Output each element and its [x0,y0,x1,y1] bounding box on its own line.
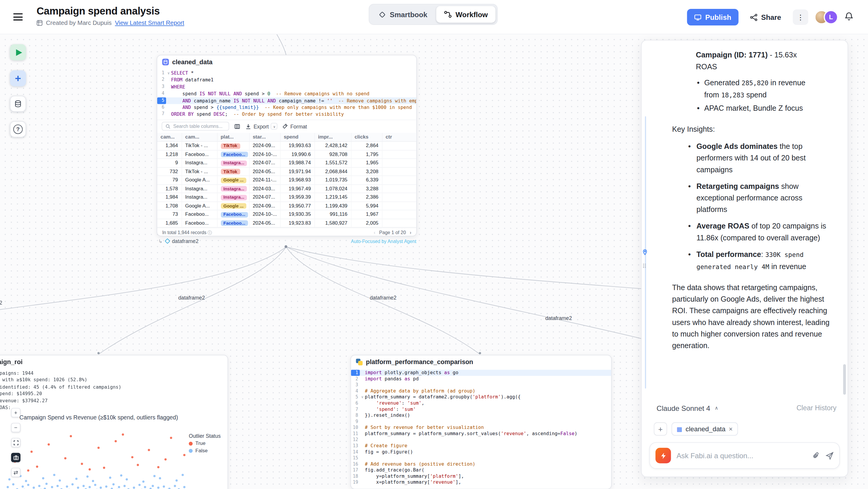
chat-bullet: Google Ads dominates the top performers … [688,141,833,176]
clear-history-button[interactable]: Clear History [796,404,836,412]
table-row[interactable]: 1,708Google A...Google ...2024-09...19,9… [157,202,416,210]
next-page-icon[interactable]: › [410,230,411,235]
panel-scrollbar[interactable] [843,364,846,395]
node-campaign-roi[interactable]: campaign_roi Total campaigns: 1944Campai… [0,355,228,489]
output-port-label[interactable]: dataframe2 [172,238,199,244]
cell-impressions: 1,019,735 [314,176,351,184]
avatar-initial[interactable]: L [824,10,838,25]
tab-workflow[interactable]: Workflow [436,6,496,23]
notifications-button[interactable] [843,11,855,24]
send-button[interactable] [825,451,834,460]
fullscreen-button[interactable] [11,438,21,447]
prev-page-icon[interactable]: ‹ [374,230,375,235]
column-header[interactable]: ctr [382,132,416,142]
column-header[interactable]: cam... [182,132,217,142]
table-row[interactable]: 1,218Faceboo...Faceboo...2024-10-...19,9… [157,150,416,159]
help-button[interactable]: ? [10,121,26,137]
chat-bullet: Total performance: 330K spend generated … [688,249,833,273]
code-line: 7 'spend': 'sum' [351,406,611,412]
column-header[interactable]: spend [280,132,314,142]
table-row[interactable]: 9Instagra...Instagra...2024-07...19,988.… [157,159,416,167]
sql-code-editor[interactable]: 1∨SELECT *2FROM dataframe13WHERE4 spend … [157,69,416,120]
scatter-point [99,487,101,489]
cell-campaign-name: TikTok - ... [182,142,217,150]
column-header[interactable]: clicks [351,132,382,142]
code-line: 17fig.add_trace(go.Bar( [351,467,611,473]
zoom-in-button[interactable]: + [11,408,21,417]
chat-composer[interactable] [650,442,840,469]
close-icon[interactable]: × [729,425,733,433]
run-workflow-button[interactable] [10,44,26,60]
node-platform-performance-comparison[interactable]: platform_performance_comparison 1import … [350,355,612,489]
add-node-button[interactable]: + [10,70,26,86]
node-cleaned-data[interactable]: cleaned_data 1∨SELECT *2FROM dataframe13… [157,55,417,236]
export-label: Export [253,123,269,130]
column-header[interactable]: plat... [217,132,249,142]
page-title: Campaign spend analysis [36,5,184,17]
format-button[interactable]: Format [283,123,307,130]
branch-arrow-icon: ↳ [158,238,162,244]
table-header-row[interactable]: cam...cam...plat...star...spendimpr...cl… [157,132,416,142]
shuffle-button[interactable]: ⇄ [11,468,21,477]
columns-icon[interactable] [234,123,240,130]
snapshot-button[interactable] [11,453,21,462]
chat-bullet: Average ROAS of top 20 campaigns is 11.8… [688,220,833,244]
table-row[interactable]: 1,685Faceboo...Faceboo...2024-05...19,92… [157,219,416,227]
export-dropdown[interactable]: ∨ [271,123,277,130]
scatter-point [126,478,128,481]
cell-ctr [382,150,416,159]
cell-start-date: 2024-09... [249,202,280,210]
chat-input[interactable] [677,451,806,460]
table-search[interactable] [162,122,229,131]
context-chip-cleaned-data[interactable]: ▦ cleaned_data × [672,422,738,436]
table-row[interactable]: 1,364TikTok - ...TikTok2024-09...19,993.… [157,142,416,150]
column-header[interactable]: star... [249,132,280,142]
chat-bullet: Retargeting campaigns show exceptional p… [688,181,833,215]
menu-icon[interactable] [13,13,23,23]
info-icon[interactable]: ⓘ [208,230,212,236]
legend-item[interactable]: False [189,448,221,454]
table-row[interactable]: 1,578Instagra...Instagra...2024-03...19,… [157,184,416,193]
edge-source-handle[interactable] [284,245,287,248]
export-button[interactable]: Export ∨ [245,123,277,130]
cell-platform: Google ... [217,176,249,184]
table-row[interactable]: 79Google A...Google ...2024-11-...19,968… [157,176,416,184]
legend-item[interactable]: True [189,441,221,447]
zoom-out-button[interactable]: − [11,423,21,432]
python-code-editor[interactable]: 1import plotly.graph_objects as go2impor… [351,369,611,487]
stat-line: Average revenue: $37942.27 [0,397,121,404]
table-row[interactable]: 732TikTok - ...TikTok2024-05...19,971.94… [157,167,416,176]
code-line: 12 [351,437,611,443]
database-icon [14,100,22,107]
table-row[interactable]: 1,984Instagra...Instagra...2024-07...19,… [157,193,416,202]
cell-impressions: 1,078,024 [314,184,351,193]
pin-icon[interactable] [642,248,648,258]
add-context-button[interactable]: + [654,422,667,436]
column-header[interactable]: impr... [314,132,351,142]
attach-button[interactable] [812,452,820,459]
view-latest-report-link[interactable]: View Latest Smart Report [115,19,184,26]
roi-output-log: Total campaigns: 1944Campaigns with ≥$10… [0,370,121,411]
legend-label: False [195,448,208,454]
table-search-input[interactable] [173,123,223,129]
column-header[interactable]: cam... [157,132,182,142]
data-sources-button[interactable] [10,96,26,112]
drag-handle-icon[interactable]: ⠿ [642,264,647,270]
table-row[interactable]: 73Faceboo...Faceboo...2024-10-...19,930.… [157,210,416,219]
cell-ctr [382,184,416,193]
scatter-plot[interactable] [3,423,189,489]
scatter-point [168,488,170,489]
scatter-point [31,450,33,452]
minus-icon: − [14,425,18,430]
chevron-down-icon: ∨ [273,124,275,128]
code-line: 1import plotly.graph_objects as go [351,370,611,376]
tab-smartbook[interactable]: Smartbook [371,6,435,23]
title-block: Campaign spend analysis Created by Marc … [36,5,184,26]
model-selector[interactable]: Claude Sonnet 4 [657,404,710,412]
code-line: 13# Create figure [351,443,611,449]
publish-button[interactable]: Publish [687,9,738,26]
cell-campaign-name: Faceboo... [182,150,217,159]
more-options-button[interactable]: ⋮ [793,9,808,25]
share-button[interactable]: Share [743,9,788,26]
chevron-up-icon[interactable]: ∧ [715,405,718,411]
